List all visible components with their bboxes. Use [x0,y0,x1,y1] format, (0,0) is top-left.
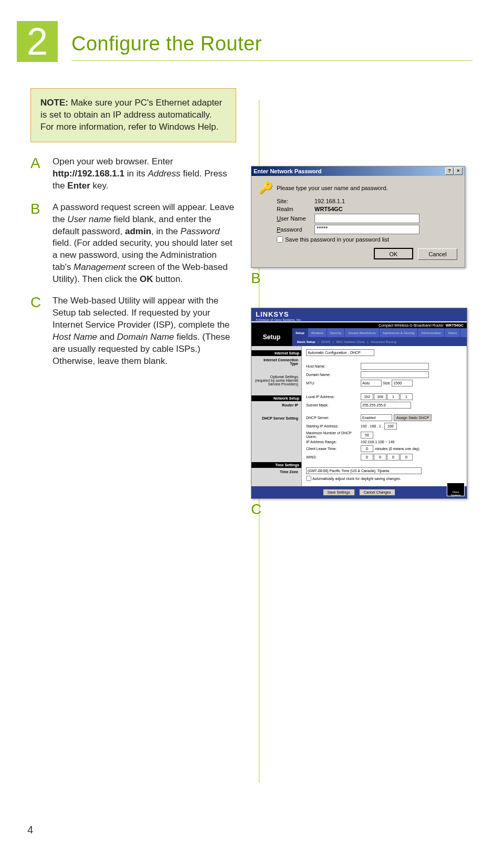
side-dhcp: DHCP Server Setting [255,416,298,420]
conn-type-select[interactable]: Automatic Configuration - DHCP [306,349,374,356]
site-value: 192.168.1.1 [314,198,457,204]
subnet-select[interactable]: 255.255.255.0 [361,402,411,409]
figure-c: LINKSYS A Division of Cisco Systems, Inc… [251,308,471,518]
ip-oct4[interactable]: 1 [400,393,413,400]
timezone-select[interactable]: (GMT-08:00) Pacific Time (US & Canada); … [306,467,422,474]
dialog-title: Enter Network Password [254,168,322,174]
ip-oct2[interactable]: 168 [374,393,386,400]
assign-static-button[interactable]: Assign Static DHCP [394,414,432,421]
brand-subtitle: A Division of Cisco Systems, Inc. [256,318,463,321]
page-title: Configure the Router [71,33,472,55]
dst-label: Automatically adjust clock for daylight … [312,477,401,480]
page-header: 2 Configure the Router [26,26,472,67]
subtab-basic[interactable]: Basic Setup [295,340,318,343]
page-number: 4 [27,824,33,836]
primary-tabs: Setup Wireless Security Access Restricti… [292,328,467,337]
figure-b: Enter Network Password ? × 🔑 Please type… [251,166,471,287]
lease-label: Client Lease Time: [306,447,361,451]
wins4[interactable]: 0 [400,454,413,461]
secondary-tabs: Basic Setup| DDNS| MAC Address Clone| Ad… [292,337,467,346]
ip-oct3[interactable]: 1 [387,393,400,400]
subtab-routing[interactable]: Advanced Routing [368,340,399,343]
wins1[interactable]: 0 [361,454,373,461]
password-input[interactable]: ***** [314,225,419,234]
mtu-size-input[interactable]: 1500 [392,380,413,386]
dhcp-label: DHCP Server: [306,416,361,420]
maxusers-input[interactable]: 50 [361,432,373,438]
tab-setup-main[interactable]: Setup [251,328,292,346]
step-b-body: A password request screen will appear. L… [52,202,236,286]
setup-sidebar: Internet Setup Internet Connection Type … [251,346,302,486]
dialog-message: Please type your user name and password. [277,185,457,191]
product-name: Compact Wireless-G Broadband Router [379,323,444,327]
section-time: Time Settings [251,462,301,468]
localip-label: Local IP Address: [306,395,361,399]
site-label: Site: [277,198,314,204]
subnet-label: Subnet Mask: [306,403,361,407]
range-value: 192.168.1.100 ~ 149 [361,440,394,444]
section-network: Network Setup [251,395,301,401]
step-number-badge: 2 [17,21,58,62]
wins-label: WINS: [306,455,361,459]
realm-label: Realm [277,206,314,212]
save-password-checkbox[interactable]: Save this password in your password list [277,236,457,243]
username-input[interactable] [314,214,419,223]
cancel-changes-button[interactable]: Cancel Changes [359,489,396,496]
password-label: Password [277,226,314,233]
lease-input[interactable]: 0 [361,445,373,452]
subtab-mac[interactable]: MAC Address Clone [334,340,368,343]
tab-access[interactable]: Access Restrictions [345,328,379,337]
username-label: UUser Nameser Name [277,215,314,222]
cancel-button[interactable]: Cancel [418,248,457,260]
realm-value: WRT54GC [314,206,457,212]
domain-label: Domain Name: [306,373,361,377]
save-settings-button[interactable]: Save Settings [323,489,355,496]
key-icon: 🔑 [259,181,277,195]
cisco-logo: Cisco Systems [447,483,465,496]
step-c-body: The Web-based Utility will appear with t… [52,295,236,368]
close-icon[interactable]: × [454,168,463,175]
tab-admin[interactable]: Administration [418,328,445,337]
step-c: C The Web-based Utility will appear with… [26,295,236,368]
range-label: IP Address Range: [306,440,361,444]
tab-apps[interactable]: Applications & Gaming [380,328,418,337]
dst-checkbox[interactable] [306,476,311,481]
wins3[interactable]: 0 [387,454,400,461]
side-optional: Optional Settings (required by some Inte… [255,375,298,386]
startip-input[interactable]: 100 [384,423,397,430]
tab-status[interactable]: Status [445,328,460,337]
wins2[interactable]: 0 [374,454,386,461]
note-label: NOTE: [40,98,68,108]
side-conn-type: Internet Connection Type [255,358,298,365]
password-dialog: Enter Network Password ? × 🔑 Please type… [251,166,465,268]
domain-input[interactable] [361,371,429,378]
save-password-box[interactable] [277,236,283,243]
brand-logo: LINKSYS [256,310,463,318]
startip-label: Starting IP Address: [306,424,361,428]
step-letter-c: C [30,295,43,368]
ok-button[interactable]: OK [374,248,413,259]
dhcp-select[interactable]: Enabled [361,414,392,421]
mtu-mode-select[interactable]: Auto [361,380,382,386]
tab-wireless[interactable]: Wireless [308,328,327,337]
help-icon[interactable]: ? [445,168,454,175]
title-rule [71,60,472,61]
tab-security[interactable]: Security [327,328,345,337]
step-b: B A password request screen will appear.… [26,202,236,286]
side-timezone: Time Zone [255,470,298,474]
side-routerip: Router IP [255,403,298,407]
section-internet: Internet Setup [251,350,301,356]
host-label: Host Name: [306,364,361,368]
subtab-ddns[interactable]: DDNS [319,340,333,343]
step-a-body: Open your web browser. Enter http://192.… [52,156,236,192]
ip-oct1[interactable]: 192 [361,393,373,400]
step-letter-b: B [30,202,43,286]
tab-setup[interactable]: Setup [292,328,308,337]
setup-utility-window: LINKSYS A Division of Cisco Systems, Inc… [251,308,467,499]
host-input[interactable] [361,363,429,370]
step-letter-a: A [30,156,43,192]
dialog-titlebar: Enter Network Password ? × [251,166,465,176]
mtu-label: MTU: [306,381,361,385]
note-box: NOTE: Make sure your PC's Ethernet adapt… [30,88,236,142]
setup-form: Automatic Configuration - DHCP Host Name… [302,346,467,486]
